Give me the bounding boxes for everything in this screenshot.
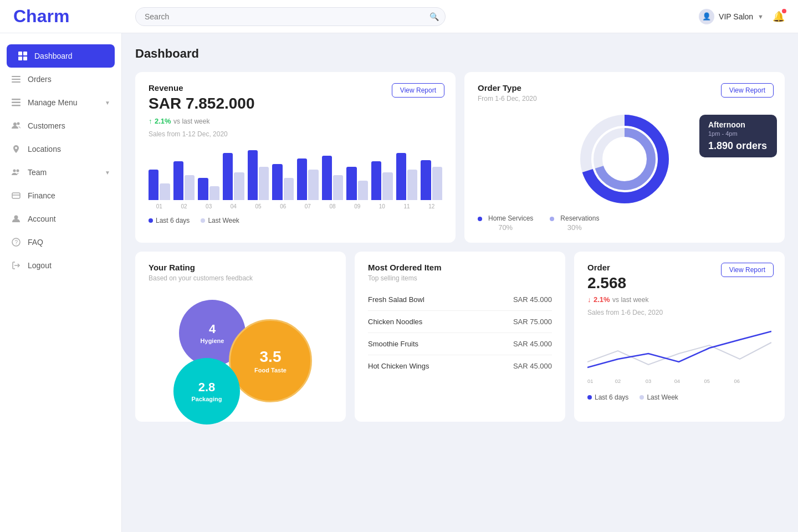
bar-primary (421, 160, 431, 200)
revenue-view-report-button[interactable]: View Report (392, 83, 444, 98)
bar-group (421, 160, 442, 200)
sidebar-item-team[interactable]: Team ▼ (0, 161, 121, 184)
list-icon (11, 74, 21, 84)
ordered-price: SAR 75.000 (513, 318, 552, 326)
app-logo: Charm (13, 6, 135, 27)
bar-group (272, 164, 294, 200)
order-type-view-report-button[interactable]: View Report (721, 83, 774, 98)
line-chart-svg: 01 02 03 04 05 06 (587, 323, 771, 384)
pin-icon (11, 144, 21, 154)
legend-home-pct: 70% (478, 223, 533, 232)
svg-text:03: 03 (646, 378, 651, 384)
bar-primary (346, 167, 356, 200)
sidebar-item-dashboard[interactable]: Dashboard (7, 44, 115, 68)
packaging-label: Packaging (191, 396, 222, 402)
ordered-item: Chicken NoodlesSAR 75.000 (368, 311, 552, 333)
search-bar[interactable]: 🔍 (135, 7, 446, 26)
top-cards-row: Revenue View Report SAR 7.852.000 ↑ 2.1%… (135, 72, 785, 243)
sidebar-item-logout[interactable]: Logout (0, 254, 121, 277)
ordered-item: Smoothie FruitsSAR 45.000 (368, 333, 552, 355)
account-icon (11, 214, 21, 224)
revenue-chart-legend: Last 6 days Last Week (149, 215, 442, 225)
ordered-price: SAR 45.000 (513, 362, 552, 370)
sidebar-item-manage-menu[interactable]: Manage Menu ▼ (0, 91, 121, 114)
bar-primary (248, 150, 258, 200)
ordered-name: Smoothie Fruits (368, 340, 418, 348)
bar-secondary (333, 175, 343, 200)
main-content: Dashboard Revenue View Report SAR 7.852.… (122, 33, 798, 532)
order-view-report-button[interactable]: View Report (721, 263, 774, 277)
user-info[interactable]: 👤 VIP Salon ▼ (699, 9, 764, 24)
legend-lastweek: Last Week (208, 217, 239, 224)
order-chart-legend: Last 6 days Last Week (587, 392, 771, 402)
sidebar-item-account[interactable]: Account (0, 207, 121, 231)
bar-secondary (358, 181, 368, 200)
sidebar-item-faq[interactable]: ? FAQ (0, 231, 121, 254)
sidebar-label-dashboard: Dashboard (34, 52, 73, 60)
bar-secondary (432, 167, 442, 200)
search-input[interactable] (135, 7, 446, 26)
bar-primary (322, 156, 332, 200)
order-legend-last6: Last 6 days (595, 393, 628, 401)
bar-label: 02 (173, 203, 195, 209)
donut-tooltip: Afternoon 1pm - 4pm 1.890 orders (699, 115, 777, 157)
chevron-down-team-icon: ▼ (105, 170, 110, 176)
sidebar-item-orders[interactable]: Orders (0, 68, 121, 91)
bar-group (173, 161, 195, 200)
bar-secondary (382, 172, 392, 200)
donut-chart (575, 109, 674, 209)
svg-text:06: 06 (734, 378, 740, 384)
revenue-trend-up-icon: ↑ (149, 117, 152, 125)
svg-text:01: 01 (587, 378, 593, 384)
legend-home-label: Home Services (488, 214, 533, 222)
tooltip-orders: 1.890 orders (708, 140, 768, 152)
ordered-item: Hot Chicken WingsSAR 45.000 (368, 355, 552, 377)
notification-bell[interactable]: 🔔 (773, 11, 785, 23)
bar-primary (396, 153, 406, 200)
team-icon (11, 167, 21, 177)
legend-reservations: Reservations 30% (550, 214, 599, 232)
bar-secondary (259, 167, 269, 200)
ordered-name: Hot Chicken Wings (368, 362, 429, 370)
rating-title: Your Rating (149, 263, 332, 272)
sidebar-label-account: Account (28, 214, 56, 223)
bar-label: 09 (346, 203, 368, 209)
bar-primary (149, 170, 158, 200)
sidebar-item-customers[interactable]: Customers (0, 114, 121, 137)
avatar: 👤 (699, 9, 714, 24)
bar-primary (272, 164, 282, 200)
sidebar-label-faq: FAQ (28, 238, 43, 247)
menu-icon (11, 98, 21, 108)
grid-icon (18, 51, 28, 61)
svg-point-13 (13, 170, 16, 172)
sidebar-item-locations[interactable]: Locations (0, 137, 121, 161)
users-icon (11, 121, 21, 131)
most-ordered-card: Most Ordered Item Top selling items Fres… (355, 252, 565, 422)
svg-rect-4 (12, 76, 21, 77)
hygiene-label: Hygiene (201, 337, 224, 344)
finance-icon (11, 191, 21, 201)
bar-group (297, 158, 319, 200)
ordered-price: SAR 45.000 (513, 340, 552, 348)
sidebar-label-team: Team (28, 168, 47, 177)
bar-label: 03 (198, 203, 219, 209)
order-type-card: Order Type From 1-6 Dec, 2020 View Repor… (464, 72, 785, 243)
sidebar-label-locations: Locations (28, 145, 61, 154)
bar-secondary (234, 172, 244, 200)
bar-group (248, 150, 269, 200)
bar-secondary (308, 170, 318, 200)
order-trend-text: vs last week (612, 296, 648, 304)
bar-label: 12 (421, 203, 442, 209)
svg-rect-2 (18, 57, 22, 60)
svg-rect-0 (18, 52, 22, 55)
sidebar-item-finance[interactable]: Finance (0, 184, 121, 207)
ordered-item: Fresh Salad BowlSAR 45.000 (368, 289, 552, 311)
search-icon: 🔍 (429, 12, 439, 21)
donut-legend: Home Services 70% Reservations 30% (478, 214, 771, 232)
most-ordered-subtitle: Top selling items (368, 274, 552, 282)
revenue-card: Revenue View Report SAR 7.852.000 ↑ 2.1%… (135, 72, 456, 243)
food-taste-label: Food Taste (254, 367, 287, 374)
revenue-trend-text: vs last week (173, 117, 209, 125)
tooltip-time: 1pm - 4pm (708, 130, 768, 137)
page-title: Dashboard (135, 47, 785, 61)
